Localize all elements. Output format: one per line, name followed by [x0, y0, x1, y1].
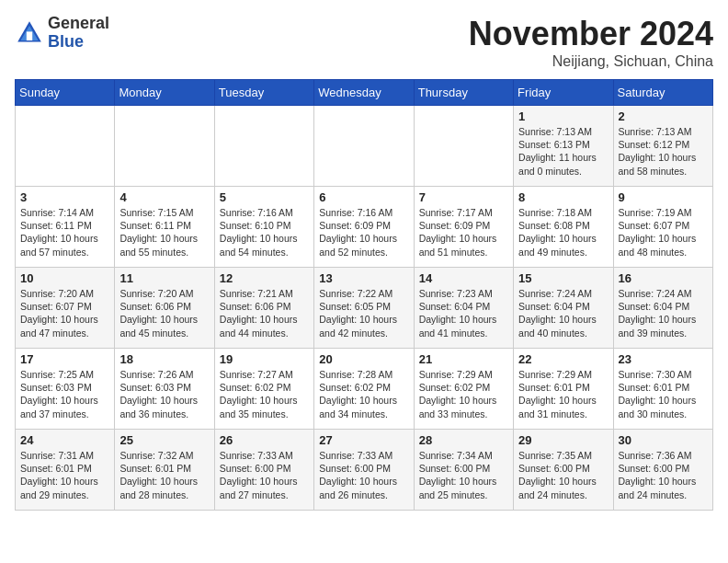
day-info: Sunrise: 7:16 AM Sunset: 6:09 PM Dayligh… — [319, 206, 408, 259]
day-info: Sunrise: 7:13 AM Sunset: 6:13 PM Dayligh… — [518, 125, 608, 178]
weekday-header-row: SundayMondayTuesdayWednesdayThursdayFrid… — [16, 80, 713, 106]
day-number: 30 — [619, 433, 708, 447]
day-number: 9 — [619, 190, 708, 204]
location: Neijiang, Sichuan, China — [469, 53, 713, 70]
day-info: Sunrise: 7:34 AM Sunset: 6:00 PM Dayligh… — [419, 449, 508, 501]
weekday-header-monday: Monday — [115, 80, 214, 106]
day-number: 25 — [119, 433, 209, 447]
day-info: Sunrise: 7:28 AM Sunset: 6:02 PM Dayligh… — [319, 368, 408, 420]
day-number: 28 — [419, 433, 508, 447]
day-number: 21 — [419, 352, 508, 366]
calendar-cell: 8Sunrise: 7:18 AM Sunset: 6:08 PM Daylig… — [514, 187, 613, 268]
day-number: 8 — [518, 190, 608, 204]
calendar-cell — [214, 106, 313, 187]
svg-rect-2 — [27, 31, 32, 40]
weekday-header-tuesday: Tuesday — [214, 80, 313, 106]
day-info: Sunrise: 7:18 AM Sunset: 6:08 PM Dayligh… — [518, 206, 608, 259]
calendar-cell: 5Sunrise: 7:16 AM Sunset: 6:10 PM Daylig… — [214, 187, 313, 268]
day-number: 20 — [319, 352, 408, 366]
day-number: 5 — [220, 190, 309, 204]
calendar-cell: 7Sunrise: 7:17 AM Sunset: 6:09 PM Daylig… — [414, 187, 513, 268]
day-info: Sunrise: 7:16 AM Sunset: 6:10 PM Dayligh… — [220, 206, 309, 259]
week-row-3: 10Sunrise: 7:20 AM Sunset: 6:07 PM Dayli… — [16, 268, 713, 349]
calendar-cell — [115, 106, 214, 187]
calendar-cell — [414, 106, 513, 187]
logo-text: General Blue — [48, 15, 109, 52]
day-number: 27 — [319, 433, 408, 447]
title-block: November 2024 Neijiang, Sichuan, China — [469, 15, 713, 70]
week-row-4: 17Sunrise: 7:25 AM Sunset: 6:03 PM Dayli… — [16, 349, 713, 430]
day-info: Sunrise: 7:20 AM Sunset: 6:07 PM Dayligh… — [20, 287, 109, 339]
calendar-cell: 13Sunrise: 7:22 AM Sunset: 6:05 PM Dayli… — [314, 268, 414, 349]
day-info: Sunrise: 7:25 AM Sunset: 6:03 PM Dayligh… — [20, 368, 109, 420]
calendar-cell: 16Sunrise: 7:24 AM Sunset: 6:04 PM Dayli… — [613, 268, 712, 349]
day-info: Sunrise: 7:36 AM Sunset: 6:00 PM Dayligh… — [619, 449, 708, 501]
calendar-cell — [314, 106, 414, 187]
calendar-cell — [16, 106, 115, 187]
logo-blue: Blue — [48, 32, 84, 51]
calendar-cell: 2Sunrise: 7:13 AM Sunset: 6:12 PM Daylig… — [613, 106, 712, 187]
day-number: 16 — [619, 271, 708, 285]
day-number: 14 — [419, 271, 508, 285]
day-info: Sunrise: 7:33 AM Sunset: 6:00 PM Dayligh… — [319, 449, 408, 501]
calendar-cell: 19Sunrise: 7:27 AM Sunset: 6:02 PM Dayli… — [214, 349, 313, 430]
calendar-cell: 29Sunrise: 7:35 AM Sunset: 6:00 PM Dayli… — [514, 430, 613, 511]
calendar-cell: 6Sunrise: 7:16 AM Sunset: 6:09 PM Daylig… — [314, 187, 414, 268]
calendar-cell: 17Sunrise: 7:25 AM Sunset: 6:03 PM Dayli… — [16, 349, 115, 430]
calendar-cell: 20Sunrise: 7:28 AM Sunset: 6:02 PM Dayli… — [314, 349, 414, 430]
day-info: Sunrise: 7:17 AM Sunset: 6:09 PM Dayligh… — [419, 206, 508, 259]
day-number: 15 — [518, 271, 608, 285]
day-number: 23 — [619, 352, 708, 366]
calendar-cell: 27Sunrise: 7:33 AM Sunset: 6:00 PM Dayli… — [314, 430, 414, 511]
day-info: Sunrise: 7:15 AM Sunset: 6:11 PM Dayligh… — [119, 206, 209, 259]
day-info: Sunrise: 7:24 AM Sunset: 6:04 PM Dayligh… — [619, 287, 708, 339]
weekday-header-thursday: Thursday — [414, 80, 513, 106]
calendar-cell: 12Sunrise: 7:21 AM Sunset: 6:06 PM Dayli… — [214, 268, 313, 349]
day-info: Sunrise: 7:32 AM Sunset: 6:01 PM Dayligh… — [119, 449, 209, 501]
week-row-5: 24Sunrise: 7:31 AM Sunset: 6:01 PM Dayli… — [16, 430, 713, 511]
calendar-cell: 22Sunrise: 7:29 AM Sunset: 6:01 PM Dayli… — [514, 349, 613, 430]
week-row-1: 1Sunrise: 7:13 AM Sunset: 6:13 PM Daylig… — [16, 106, 713, 187]
calendar-cell: 15Sunrise: 7:24 AM Sunset: 6:04 PM Dayli… — [514, 268, 613, 349]
calendar-cell: 14Sunrise: 7:23 AM Sunset: 6:04 PM Dayli… — [414, 268, 513, 349]
day-info: Sunrise: 7:22 AM Sunset: 6:05 PM Dayligh… — [319, 287, 408, 339]
day-number: 12 — [220, 271, 309, 285]
day-number: 10 — [20, 271, 109, 285]
day-number: 1 — [518, 109, 608, 123]
day-number: 4 — [119, 190, 209, 204]
week-row-2: 3Sunrise: 7:14 AM Sunset: 6:11 PM Daylig… — [16, 187, 713, 268]
calendar-cell: 9Sunrise: 7:19 AM Sunset: 6:07 PM Daylig… — [613, 187, 712, 268]
calendar-cell: 25Sunrise: 7:32 AM Sunset: 6:01 PM Dayli… — [115, 430, 214, 511]
calendar-cell: 21Sunrise: 7:29 AM Sunset: 6:02 PM Dayli… — [414, 349, 513, 430]
day-info: Sunrise: 7:27 AM Sunset: 6:02 PM Dayligh… — [220, 368, 309, 420]
day-info: Sunrise: 7:26 AM Sunset: 6:03 PM Dayligh… — [119, 368, 209, 420]
weekday-header-saturday: Saturday — [613, 80, 712, 106]
logo: General Blue — [15, 15, 109, 52]
month-title: November 2024 — [469, 15, 713, 53]
page-header: General Blue November 2024 Neijiang, Sic… — [15, 15, 713, 70]
calendar-cell: 23Sunrise: 7:30 AM Sunset: 6:01 PM Dayli… — [613, 349, 712, 430]
calendar-table: SundayMondayTuesdayWednesdayThursdayFrid… — [15, 79, 713, 511]
day-info: Sunrise: 7:21 AM Sunset: 6:06 PM Dayligh… — [220, 287, 309, 339]
day-info: Sunrise: 7:30 AM Sunset: 6:01 PM Dayligh… — [619, 368, 708, 420]
day-number: 6 — [319, 190, 408, 204]
day-number: 18 — [119, 352, 209, 366]
day-number: 3 — [20, 190, 109, 204]
day-number: 7 — [419, 190, 508, 204]
day-info: Sunrise: 7:23 AM Sunset: 6:04 PM Dayligh… — [419, 287, 508, 339]
day-number: 29 — [518, 433, 608, 447]
logo-general: General — [48, 14, 109, 32]
day-number: 22 — [518, 352, 608, 366]
logo-icon — [15, 18, 44, 48]
day-info: Sunrise: 7:14 AM Sunset: 6:11 PM Dayligh… — [20, 206, 109, 259]
calendar-cell: 1Sunrise: 7:13 AM Sunset: 6:13 PM Daylig… — [514, 106, 613, 187]
day-info: Sunrise: 7:31 AM Sunset: 6:01 PM Dayligh… — [20, 449, 109, 501]
day-info: Sunrise: 7:20 AM Sunset: 6:06 PM Dayligh… — [119, 287, 209, 339]
calendar-cell: 10Sunrise: 7:20 AM Sunset: 6:07 PM Dayli… — [16, 268, 115, 349]
calendar-cell: 11Sunrise: 7:20 AM Sunset: 6:06 PM Dayli… — [115, 268, 214, 349]
calendar-cell: 26Sunrise: 7:33 AM Sunset: 6:00 PM Dayli… — [214, 430, 313, 511]
day-info: Sunrise: 7:29 AM Sunset: 6:02 PM Dayligh… — [419, 368, 508, 420]
day-info: Sunrise: 7:13 AM Sunset: 6:12 PM Dayligh… — [619, 125, 708, 178]
day-number: 13 — [319, 271, 408, 285]
day-number: 17 — [20, 352, 109, 366]
